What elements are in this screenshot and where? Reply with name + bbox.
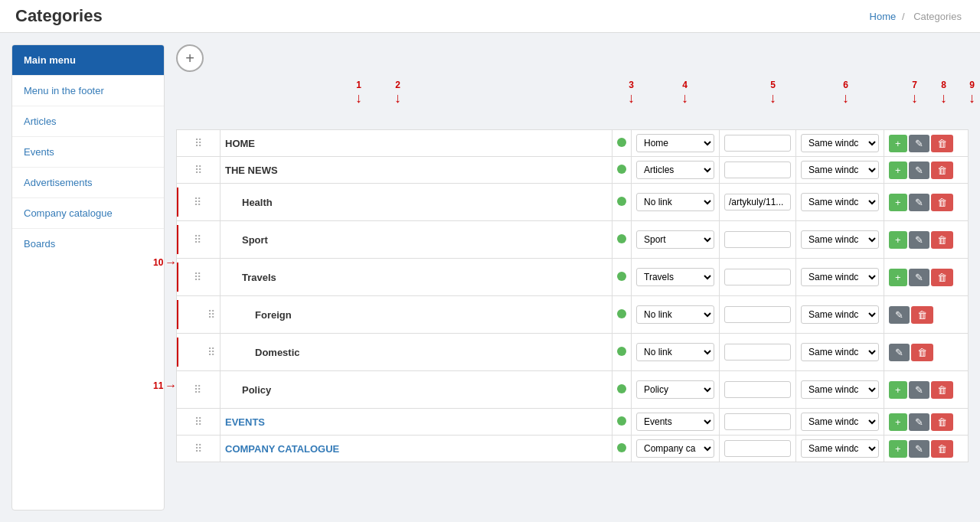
add-button[interactable]: +: [889, 413, 907, 431]
row-label: Foreign: [255, 309, 292, 321]
link-select[interactable]: Events: [636, 413, 714, 431]
drag-handle[interactable]: ⠿: [194, 442, 202, 455]
page-title: Categories: [15, 6, 103, 26]
link-select[interactable]: No link: [636, 193, 714, 211]
annotation-11: 11 →: [153, 379, 177, 393]
main-content: + 1 ↓ 2 ↓ 3: [176, 44, 969, 511]
drag-handle[interactable]: ⠿: [194, 271, 201, 283]
sidebar-item-articles[interactable]: Articles: [12, 106, 164, 137]
add-button[interactable]: +: [889, 440, 907, 458]
link-text-input[interactable]: [724, 381, 791, 398]
link-text-input[interactable]: [724, 306, 791, 323]
delete-button[interactable]: 🗑: [931, 231, 953, 249]
drag-handle[interactable]: ⠿: [207, 308, 215, 321]
delete-button[interactable]: 🗑: [911, 306, 933, 324]
breadcrumb-home[interactable]: Home: [870, 11, 897, 22]
window-select[interactable]: Same windc: [801, 134, 879, 152]
sidebar-item-boards[interactable]: Boards: [12, 229, 164, 259]
add-button[interactable]: +: [889, 161, 907, 179]
annotation-4: 4 ↓: [681, 80, 688, 106]
delete-button[interactable]: 🗑: [931, 440, 953, 458]
annotation-6: 6 ↓: [842, 80, 849, 106]
add-button[interactable]: +: [889, 381, 907, 399]
edit-button[interactable]: ✎: [909, 269, 929, 286]
window-select[interactable]: Same windc: [801, 343, 879, 361]
sidebar-item-main-menu[interactable]: Main menu: [12, 45, 164, 76]
window-select[interactable]: Same windc: [801, 413, 879, 431]
window-select[interactable]: Same windc: [801, 161, 879, 179]
link-text-input[interactable]: [724, 194, 791, 210]
window-select[interactable]: Same windc: [801, 230, 879, 249]
link-text-input[interactable]: [724, 231, 791, 248]
breadcrumb-current: Categories: [913, 11, 962, 22]
edit-button[interactable]: ✎: [909, 231, 929, 249]
table-row: ⠿ Domestic No link: [177, 334, 969, 371]
annotation-8: 8 ↓: [940, 80, 947, 106]
annotation-9: 9 ↓: [969, 80, 975, 106]
window-select[interactable]: Same windc: [801, 439, 879, 458]
edit-button[interactable]: ✎: [909, 413, 929, 431]
action-cell: + ✎ 🗑: [889, 194, 963, 211]
drag-handle[interactable]: ⠿: [194, 196, 201, 208]
edit-button[interactable]: ✎: [909, 440, 929, 458]
window-select[interactable]: Same windc: [801, 193, 879, 211]
link-select[interactable]: Articles: [636, 161, 714, 179]
link-select[interactable]: Sport: [636, 230, 714, 249]
window-select[interactable]: Same windc: [801, 268, 879, 286]
sidebar-item-menu-in-footer[interactable]: Menu in the footer: [12, 76, 164, 106]
drag-handle[interactable]: ⠿: [194, 416, 202, 428]
status-dot: [617, 272, 626, 281]
link-text-input[interactable]: [724, 440, 791, 457]
link-text-input[interactable]: [724, 344, 791, 361]
link-text-input[interactable]: [724, 413, 791, 430]
link-select[interactable]: Travels: [636, 268, 714, 286]
delete-button[interactable]: 🗑: [931, 381, 953, 399]
action-cell: + ✎ 🗑: [889, 161, 963, 179]
add-category-button[interactable]: +: [176, 44, 204, 72]
sidebar: Main menu Menu in the footer Articles Ev…: [11, 44, 165, 511]
drag-handle[interactable]: ⠿: [194, 137, 202, 149]
delete-button[interactable]: 🗑: [931, 413, 953, 431]
window-select[interactable]: Same windc: [801, 380, 879, 399]
edit-button[interactable]: ✎: [909, 194, 929, 211]
delete-button[interactable]: 🗑: [931, 269, 953, 286]
action-cell: + ✎ 🗑: [889, 135, 963, 152]
add-button[interactable]: +: [889, 135, 907, 152]
drag-handle[interactable]: ⠿: [194, 164, 202, 176]
row-label: HOME: [225, 138, 255, 149]
link-select[interactable]: Policy: [636, 380, 714, 399]
add-button[interactable]: +: [889, 194, 907, 211]
top-bar: Categories Home / Categories: [0, 0, 980, 33]
delete-button[interactable]: 🗑: [911, 344, 933, 361]
status-dot: [617, 197, 626, 206]
add-button[interactable]: +: [889, 231, 907, 249]
drag-handle[interactable]: ⠿: [194, 233, 201, 246]
link-text-input[interactable]: [724, 269, 791, 285]
link-select[interactable]: Home: [636, 134, 714, 152]
status-dot: [617, 384, 626, 393]
link-select[interactable]: No link: [636, 305, 714, 324]
link-text-input[interactable]: [724, 161, 791, 178]
action-cell: + ✎ 🗑: [889, 440, 963, 458]
sidebar-item-company-catalogue[interactable]: Company catalogue: [12, 198, 164, 229]
edit-button[interactable]: ✎: [909, 381, 929, 399]
sidebar-item-advertisements[interactable]: Advertisements: [12, 168, 164, 198]
edit-button[interactable]: ✎: [909, 135, 929, 152]
delete-button[interactable]: 🗑: [931, 161, 953, 179]
window-select[interactable]: Same windc: [801, 305, 879, 324]
delete-button[interactable]: 🗑: [931, 194, 953, 211]
edit-button[interactable]: ✎: [889, 306, 910, 324]
link-text-input[interactable]: [724, 135, 791, 152]
edit-button[interactable]: ✎: [889, 344, 910, 361]
action-cell: ✎ 🗑: [889, 344, 963, 361]
drag-handle[interactable]: ⠿: [207, 346, 215, 358]
link-select[interactable]: Company ca: [636, 439, 714, 458]
drag-handle[interactable]: ⠿: [194, 383, 201, 396]
sidebar-item-events[interactable]: Events: [12, 137, 164, 168]
add-button[interactable]: +: [889, 269, 907, 286]
action-cell: + ✎ 🗑: [889, 231, 963, 249]
delete-button[interactable]: 🗑: [931, 135, 953, 152]
link-select[interactable]: No link: [636, 343, 714, 361]
status-dot: [617, 443, 626, 452]
edit-button[interactable]: ✎: [909, 161, 929, 179]
